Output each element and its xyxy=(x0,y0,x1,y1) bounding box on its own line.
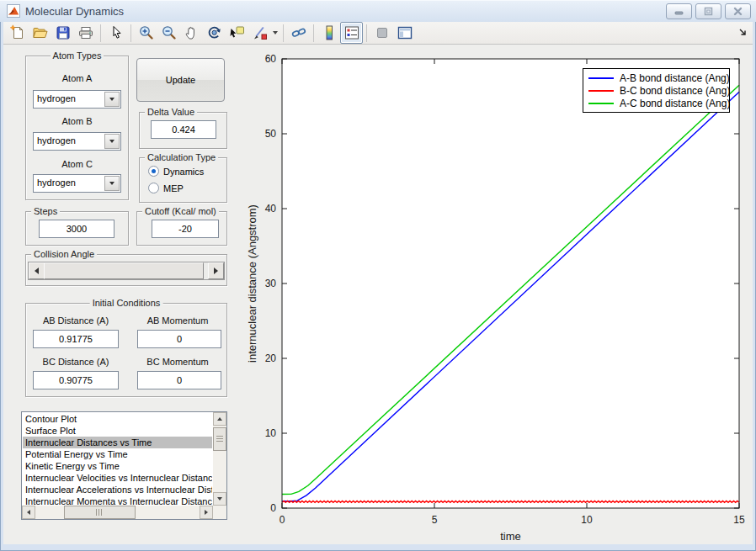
atom-b-dropdown-arrow[interactable] xyxy=(104,134,120,149)
radio-mep[interactable]: MEP xyxy=(148,183,184,193)
list-item[interactable]: Potential Energy vs Time xyxy=(23,448,212,460)
arrow-left-icon xyxy=(27,510,30,515)
vertical-scroll-thumb[interactable] xyxy=(213,427,226,451)
hide-plot-tools-icon xyxy=(374,24,391,41)
atom-c-label: Atom C xyxy=(26,159,128,169)
svg-text:15: 15 xyxy=(733,514,745,526)
open-file-button[interactable] xyxy=(29,22,51,44)
print-figure-button[interactable] xyxy=(74,22,97,44)
atom-b-dropdown[interactable]: hydrogen xyxy=(33,132,121,151)
vertical-scrollbar[interactable] xyxy=(213,412,226,506)
new-figure-button[interactable] xyxy=(6,22,29,44)
minimize-button[interactable] xyxy=(666,3,692,19)
cutoff-title: Cutoff (Kcal/ mol) xyxy=(142,206,219,216)
ab-distance-field[interactable]: 0.91775 xyxy=(33,330,119,348)
svg-text:0: 0 xyxy=(270,502,276,514)
hide-plot-tools-button[interactable] xyxy=(370,22,393,44)
chain-link-icon xyxy=(290,24,307,41)
scrollbar-corner xyxy=(213,506,226,519)
legend-entry: B-C bond distance (Ang) xyxy=(583,84,729,97)
close-button[interactable] xyxy=(725,3,751,19)
figure-toolbar xyxy=(3,22,753,45)
arrow-cursor-icon xyxy=(108,24,125,41)
slider-left-arrow[interactable] xyxy=(29,262,45,279)
zoom-in-button[interactable] xyxy=(135,22,157,44)
legend-line-sample xyxy=(588,90,614,92)
atom-a-dropdown[interactable]: hydrogen xyxy=(33,90,121,109)
toolbar-separator xyxy=(100,24,101,42)
bc-momentum-label: BC Momentum xyxy=(132,357,223,367)
distance-vs-time-plot[interactable]: 0510150102030405060timeinternuclear dist… xyxy=(242,46,753,548)
hand-icon xyxy=(184,24,200,41)
cutoff-field[interactable]: -20 xyxy=(152,220,219,238)
brush-icon xyxy=(252,24,269,41)
pan-button[interactable] xyxy=(180,22,203,44)
delta-value-panel: Delta Value 0.424 xyxy=(139,112,227,149)
calculation-type-panel: Calculation Type Dynamics MEP xyxy=(139,157,227,203)
caret-down-icon xyxy=(273,31,278,34)
ab-momentum-field[interactable]: 0 xyxy=(137,330,221,348)
plot-legend[interactable]: A-B bond distance (Ang)B-C bond distance… xyxy=(583,68,730,113)
svg-text:50: 50 xyxy=(265,128,277,140)
colorbar-icon xyxy=(321,24,338,41)
open-folder-icon xyxy=(32,24,49,41)
radio-dynamics[interactable]: Dynamics xyxy=(148,166,204,177)
atom-c-dropdown-arrow[interactable] xyxy=(104,176,120,191)
link-plot-button[interactable] xyxy=(287,22,310,44)
collision-angle-slider[interactable] xyxy=(28,262,225,280)
toolbar-overflow-button[interactable] xyxy=(738,25,748,40)
scroll-down-button[interactable] xyxy=(213,492,226,506)
show-plot-tools-icon xyxy=(397,24,413,41)
window-controls xyxy=(666,3,756,19)
bc-momentum-field[interactable]: 0 xyxy=(137,371,221,389)
brush-dropdown-caret[interactable] xyxy=(271,23,280,43)
caret-down-icon xyxy=(109,140,114,143)
data-cursor-icon xyxy=(229,24,246,41)
edit-plot-button[interactable] xyxy=(104,22,127,44)
list-item[interactable]: Kinetic Energy vs Time xyxy=(23,460,212,472)
insert-colorbar-button[interactable] xyxy=(317,22,340,44)
radio-dynamics-control[interactable] xyxy=(148,166,159,177)
scroll-up-button[interactable] xyxy=(213,412,226,426)
delta-value-field[interactable]: 0.424 xyxy=(151,120,216,139)
scroll-right-button[interactable] xyxy=(200,506,213,519)
svg-text:internuclear distance (Angstro: internuclear distance (Angstrom) xyxy=(246,204,258,363)
slider-thumb[interactable] xyxy=(44,262,204,279)
list-item[interactable]: Contour Plot xyxy=(23,413,212,425)
list-item[interactable]: Surface Plot xyxy=(23,425,212,437)
rotate-3d-button[interactable] xyxy=(203,22,226,44)
maximize-button[interactable] xyxy=(695,3,721,19)
zoom-in-icon xyxy=(138,24,155,41)
initial-conditions-panel: Initial Conditions AB Distance (A) AB Mo… xyxy=(25,303,227,397)
atom-c-dropdown[interactable]: hydrogen xyxy=(33,174,121,193)
data-cursor-button[interactable] xyxy=(226,22,248,44)
insert-legend-button[interactable] xyxy=(340,22,363,44)
horizontal-scrollbar[interactable] xyxy=(22,506,213,519)
maximize-icon xyxy=(702,6,715,17)
update-button[interactable]: Update xyxy=(136,58,225,102)
svg-text:time: time xyxy=(500,530,521,543)
plot-type-list: Contour PlotSurface PlotInternuclear Dis… xyxy=(23,413,212,505)
steps-field[interactable]: 3000 xyxy=(39,220,114,238)
scroll-left-button[interactable] xyxy=(22,506,35,519)
show-plot-tools-button[interactable] xyxy=(393,22,416,44)
list-item[interactable]: Internuclear Momenta vs Internuclear Dis… xyxy=(23,495,212,505)
list-item[interactable]: Internuclear Velocities vs Internuclear … xyxy=(23,472,212,484)
titlebar: Molecular Dynamics xyxy=(0,0,756,22)
collision-angle-title: Collision Angle xyxy=(31,249,97,259)
horizontal-scroll-thumb[interactable] xyxy=(64,506,136,519)
radio-mep-control[interactable] xyxy=(148,183,159,193)
brush-data-button[interactable] xyxy=(248,22,271,44)
slider-right-arrow[interactable] xyxy=(208,262,224,279)
save-figure-button[interactable] xyxy=(51,22,74,44)
list-item[interactable]: Internuclear Distances vs Time xyxy=(23,437,212,448)
steps-panel: Steps 3000 xyxy=(25,211,129,246)
zoom-out-button[interactable] xyxy=(157,22,180,44)
bc-distance-field[interactable]: 0.90775 xyxy=(33,371,119,389)
list-item[interactable]: Internuclear Accelerations vs Internucle… xyxy=(23,484,212,495)
steps-title: Steps xyxy=(31,206,60,216)
atom-a-value: hydrogen xyxy=(37,91,76,107)
legend-entry: A-C bond distance (Ang) xyxy=(583,97,729,109)
bc-distance-label: BC Distance (A) xyxy=(26,357,125,367)
atom-a-dropdown-arrow[interactable] xyxy=(104,92,120,107)
